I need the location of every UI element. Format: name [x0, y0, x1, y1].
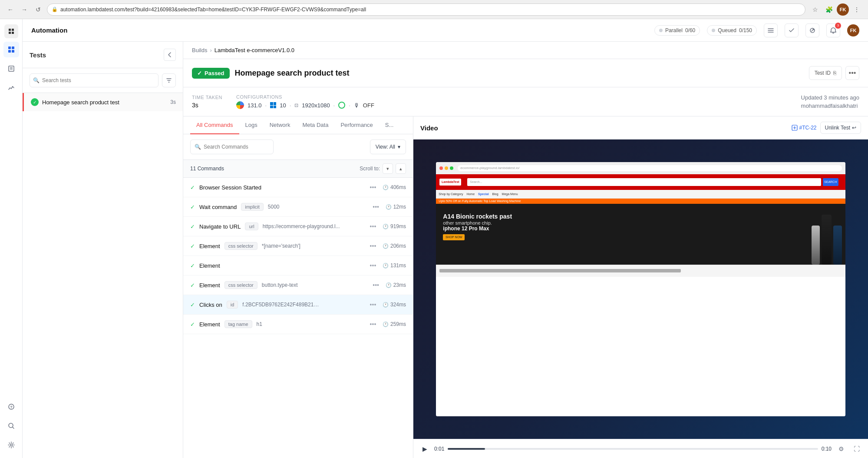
fake-search-text: Search... — [470, 180, 482, 183]
sidebar-item-settings[interactable] — [3, 437, 19, 453]
sidebar-item-search[interactable] — [3, 418, 19, 434]
test-list-item[interactable]: ✓ Homepage search product test 3s — [23, 93, 183, 111]
play-button[interactable]: ▶ — [419, 443, 431, 455]
fake-hero-text: A14 Bionic rockets past other smartphone… — [443, 212, 512, 240]
svg-rect-2 — [12, 46, 14, 49]
fake-search-btn: SEARCH — [824, 180, 837, 183]
address-bar[interactable]: 🔒 automation.lambdatest.com/test?build=4… — [47, 3, 805, 16]
sidebar-item-reports[interactable] — [3, 61, 19, 76]
test-header-left: ✓ Passed Homepage search product test — [192, 68, 350, 79]
time-taken-label: Time Taken — [192, 95, 222, 100]
command-value-5: button.type-text — [262, 282, 298, 288]
unlink-test-button[interactable]: Unlink Test ↩ — [820, 122, 861, 134]
svg-rect-1 — [8, 46, 11, 49]
command-value-6: f.2BCF5DB9762E242F489B2101D784... — [242, 302, 320, 308]
command-row-2[interactable]: ✓ Navigate to URL url https://ecommerce-… — [183, 217, 413, 236]
command-row-7[interactable]: ✓ Element tag name h1 ••• 🕐 259ms — [183, 315, 413, 334]
nav-btn-2[interactable] — [785, 23, 799, 37]
command-row-1[interactable]: ✓ Wait command implicit 5000 ••• 🕐 12ms — [183, 197, 413, 217]
command-menu-4[interactable]: ••• — [368, 260, 378, 271]
fake-dot-yellow — [445, 166, 448, 170]
view-all-button[interactable]: View: All ▾ — [370, 139, 406, 154]
command-row-3[interactable]: ✓ Element css selector *[name='search'] … — [183, 236, 413, 256]
user-avatar-nav[interactable]: FK — [847, 24, 859, 37]
svg-point-12 — [10, 444, 12, 446]
settings-video-button[interactable]: ⚙ — [835, 443, 847, 455]
forward-button[interactable]: → — [19, 4, 30, 15]
command-menu-6[interactable]: ••• — [368, 299, 378, 310]
svg-rect-4 — [12, 50, 14, 53]
tab-all-commands[interactable]: All Commands — [190, 116, 239, 134]
video-progress-bar[interactable] — [448, 448, 818, 450]
notification-badge: 3 — [835, 23, 841, 29]
tab-performance[interactable]: Performance — [334, 116, 379, 134]
command-tag-6: id — [227, 301, 238, 309]
windows-icon — [270, 102, 276, 108]
command-tag-7: tag name — [224, 320, 252, 328]
video-panel: Video #TC-22 Unlin — [413, 116, 868, 458]
sidebar-item-analytics[interactable] — [3, 80, 19, 96]
fake-phones — [812, 212, 842, 265]
commands-tabs: All Commands Logs Network Meta Data — [183, 116, 413, 134]
fake-dot-red — [439, 166, 443, 170]
command-check-icon-6: ✓ — [190, 302, 195, 308]
command-row-5[interactable]: ✓ Element css selector button.type-text … — [183, 275, 413, 295]
detail-panel: Builds › LambdaTest e-commerceV1.0.0 ✓ P… — [183, 42, 868, 458]
command-menu-3[interactable]: ••• — [368, 241, 378, 251]
sidebar-item-help[interactable]: ? — [3, 399, 19, 415]
resolution-icon: ⊡ — [294, 103, 298, 108]
fullscreen-button[interactable]: ⛶ — [851, 443, 863, 455]
fake-shop-now: SHOP NOW — [443, 234, 465, 240]
video-container[interactable]: ecommerce-playground.lambdatest.io/ Lamb… — [413, 139, 868, 439]
nav-btn-1[interactable] — [764, 23, 778, 37]
nav-btn-link[interactable] — [805, 23, 819, 37]
tab-metadata[interactable]: Meta Data — [296, 116, 334, 134]
command-menu-7[interactable]: ••• — [368, 319, 378, 329]
test-item-duration: 3s — [170, 99, 176, 105]
bookmark-button[interactable]: ☆ — [809, 3, 821, 16]
scroll-up-button[interactable]: ▴ — [396, 163, 406, 174]
address-icon: 🔒 — [52, 7, 58, 12]
command-menu-1[interactable]: ••• — [371, 202, 381, 212]
chevron-down-icon: ▾ — [398, 144, 400, 150]
scroll-down-button[interactable]: ▾ — [383, 163, 393, 174]
command-menu-5[interactable]: ••• — [371, 280, 381, 290]
fake-menu-bar: Shop by Category Home Special Blog Mega … — [436, 190, 845, 199]
command-menu-2[interactable]: ••• — [368, 221, 378, 232]
svg-rect-5 — [9, 66, 14, 71]
refresh-button[interactable]: ↺ — [33, 4, 43, 15]
command-value-1: 5000 — [268, 204, 280, 210]
tab-more[interactable]: S... — [379, 116, 400, 134]
command-row-4[interactable]: ✓ Element ••• 🕐 131ms — [183, 256, 413, 275]
off-value: OFF — [363, 102, 374, 109]
test-id-button[interactable]: Test ID ⎘ — [809, 66, 842, 80]
tab-network[interactable]: Network — [264, 116, 297, 134]
menu-button[interactable]: ⋮ — [851, 3, 863, 16]
configurations-value: 131.0 · 10 · ⊡ 1920x1080 · · — [236, 101, 374, 109]
time-taken-item: Time Taken 3s — [192, 95, 222, 109]
command-menu-0[interactable]: ••• — [368, 182, 378, 192]
command-row-0[interactable]: ✓ Browser Session Started ••• 🕐 406ms — [183, 178, 413, 197]
sidebar-item-automation[interactable] — [3, 42, 19, 57]
chrome-icon — [236, 101, 244, 109]
commands-count-row: 11 Commands Scroll to: ▾ ▴ — [183, 160, 413, 178]
command-name-6: Clicks on — [199, 302, 222, 308]
filter-button[interactable] — [162, 73, 176, 87]
back-button[interactable]: ← — [5, 4, 16, 15]
search-commands-input[interactable] — [190, 139, 274, 154]
extensions-button[interactable]: 🧩 — [823, 3, 835, 16]
test-id-label: Test ID — [815, 70, 831, 76]
collapse-panel-button[interactable] — [164, 49, 176, 61]
off-label: 🎙 — [354, 102, 360, 109]
resolution-value: 1920x1080 — [302, 102, 330, 109]
tc-link[interactable]: #TC-22 — [792, 125, 817, 131]
notifications-button[interactable]: 3 — [826, 23, 840, 37]
command-row-6[interactable]: ✓ Clicks on id f.2BCF5DB9762E242F489B210… — [183, 295, 413, 315]
tests-search-input[interactable] — [30, 73, 158, 87]
more-options-button[interactable]: ••• — [845, 66, 859, 80]
command-time-0: 🕐 406ms — [383, 184, 406, 190]
breadcrumb-builds[interactable]: Builds — [192, 47, 207, 53]
url-text: automation.lambdatest.com/test?build=421… — [60, 7, 366, 13]
tab-logs[interactable]: Logs — [239, 116, 264, 134]
commands-count: 11 Commands — [190, 166, 224, 172]
